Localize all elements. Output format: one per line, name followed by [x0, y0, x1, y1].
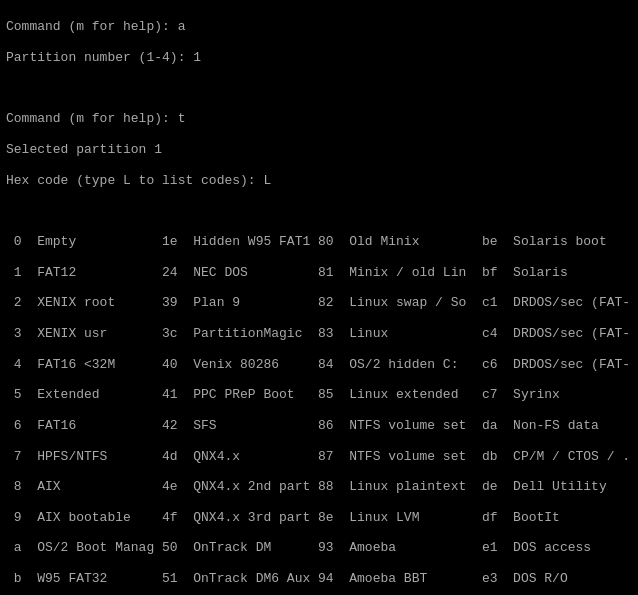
terminal-output: Command (m for help): a Partition number…	[6, 4, 632, 595]
partition-table-row-4: 4 FAT16 <32M 40 Venix 80286 84 OS/2 hidd…	[6, 357, 630, 372]
line-2: Partition number (1-4): 1	[6, 50, 201, 65]
partition-table-row-8: 8 AIX 4e QNX4.x 2nd part 88 Linux plaint…	[6, 479, 607, 494]
partition-table-row-3: 3 XENIX usr 3c PartitionMagic 83 Linux c…	[6, 326, 630, 341]
partition-table-row-7: 7 HPFS/NTFS 4d QNX4.x 87 NTFS volume set…	[6, 449, 630, 464]
line-5: Selected partition 1	[6, 142, 162, 157]
line-4: Command (m for help): t	[6, 111, 185, 126]
line-6: Hex code (type L to list codes): L	[6, 173, 271, 188]
partition-table-row-9: 9 AIX bootable 4f QNX4.x 3rd part 8e Lin…	[6, 510, 560, 525]
line-1: Command (m for help): a	[6, 19, 185, 34]
partition-table-row-2: 2 XENIX root 39 Plan 9 82 Linux swap / S…	[6, 295, 630, 310]
partition-table-row-a: a OS/2 Boot Manag 50 OnTrack DM 93 Amoeb…	[6, 540, 591, 555]
partition-table-row-b: b W95 FAT32 51 OnTrack DM6 Aux 94 Amoeba…	[6, 571, 568, 586]
partition-table-row-0: 0 Empty 1e Hidden W95 FAT1 80 Old Minix …	[6, 234, 607, 249]
partition-table-row-6: 6 FAT16 42 SFS 86 NTFS volume set da Non…	[6, 418, 599, 433]
partition-table-row-5: 5 Extended 41 PPC PReP Boot 85 Linux ext…	[6, 387, 560, 402]
partition-table-row-1: 1 FAT12 24 NEC DOS 81 Minix / old Lin bf…	[6, 265, 568, 280]
